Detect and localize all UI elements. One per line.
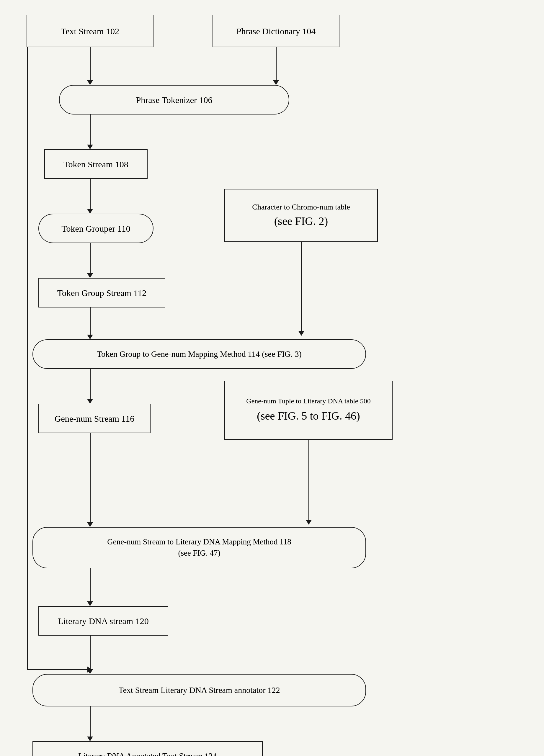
arrowhead-1: [87, 80, 93, 85]
arrowhead-7: [87, 335, 93, 339]
arrowhead-11: [87, 601, 93, 606]
arrow-grouper-to-groupstream: [90, 243, 91, 276]
arrow-genmapping-to-ldna: [90, 568, 91, 604]
diagram-container: Text Stream 102 Phrase Dictionary 104 Ph…: [0, 0, 544, 756]
phrase-tokenizer-label: Phrase Tokenizer 106: [136, 94, 213, 106]
long-left-line: [27, 47, 28, 670]
char-to-chromo-box: Character to Chromo-num table (see FIG. …: [224, 189, 378, 242]
token-group-mapping-box: Token Group to Gene-num Mapping Method 1…: [32, 339, 366, 369]
token-grouper-box: Token Grouper 110: [38, 214, 153, 243]
annotator-label: Text Stream Literary DNA Stream annotato…: [119, 685, 280, 696]
arrow-annotator-to-output: [90, 706, 91, 739]
arrowhead-9: [306, 520, 312, 525]
char-to-chromo-label: Character to Chromo-num table (see FIG. …: [252, 201, 350, 230]
gene-num-stream-label: Gene-num Stream 116: [55, 413, 134, 424]
annotated-text-stream-label: Literary DNA Annotated Text Stream 124: [78, 751, 217, 756]
arrowhead-13: [87, 737, 93, 741]
arrowhead-10: [87, 522, 93, 527]
arrowhead-4: [87, 209, 93, 214]
arrowhead-6: [298, 331, 304, 336]
arrowhead-3: [87, 145, 93, 149]
token-group-stream-label: Token Group Stream 112: [57, 287, 147, 299]
phrase-dictionary-label: Phrase Dictionary 104: [236, 25, 316, 37]
arrow-genestream-to-genmapping: [90, 433, 91, 525]
gene-num-tuple-label: Gene-num Tuple to Literary DNA table 500…: [246, 395, 370, 425]
arrow-tokenstream-to-grouper: [90, 179, 91, 211]
arrow-chromo-to-mapping: [301, 242, 302, 333]
token-group-mapping-label: Token Group to Gene-num Mapping Method 1…: [97, 349, 302, 359]
arrowhead-5: [87, 273, 93, 278]
arrow-ldna-to-annotator: [90, 636, 91, 672]
literary-dna-stream-box: Literary DNA stream 120: [38, 606, 168, 636]
arrow-tuple-to-genmapping: [308, 440, 309, 522]
gene-num-mapping-label: Gene-num Stream to Literary DNA Mapping …: [107, 536, 291, 559]
arrow-text-to-tokenizer: [90, 47, 91, 83]
token-group-stream-box: Token Group Stream 112: [38, 278, 165, 307]
gene-num-tuple-box: Gene-num Tuple to Literary DNA table 500…: [224, 381, 393, 440]
arrowhead-12: [87, 669, 93, 674]
arrow-h-to-annotator: [27, 669, 90, 670]
arrow-tokenizer-to-tokenstream: [90, 114, 91, 147]
literary-dna-stream-label: Literary DNA stream 120: [58, 615, 148, 627]
gene-num-stream-box: Gene-num Stream 116: [38, 404, 151, 433]
arrowhead-2: [273, 80, 279, 85]
arrow-dict-to-tokenizer: [276, 47, 277, 83]
phrase-tokenizer-box: Phrase Tokenizer 106: [59, 85, 289, 114]
text-stream-label: Text Stream 102: [61, 25, 119, 37]
arrow-groupstream-to-mapping: [90, 307, 91, 337]
arrowhead-8: [87, 399, 93, 404]
text-stream-box: Text Stream 102: [27, 15, 153, 47]
token-stream-label: Token Stream 108: [63, 158, 128, 170]
token-grouper-label: Token Grouper 110: [61, 223, 130, 234]
arrow-mapping-to-genestream: [90, 369, 91, 401]
annotated-text-stream-box: Literary DNA Annotated Text Stream 124: [32, 741, 263, 756]
gene-num-mapping-box: Gene-num Stream to Literary DNA Mapping …: [32, 527, 366, 568]
phrase-dictionary-box: Phrase Dictionary 104: [213, 15, 339, 47]
token-stream-box: Token Stream 108: [44, 149, 148, 179]
annotator-box: Text Stream Literary DNA Stream annotato…: [32, 674, 366, 706]
